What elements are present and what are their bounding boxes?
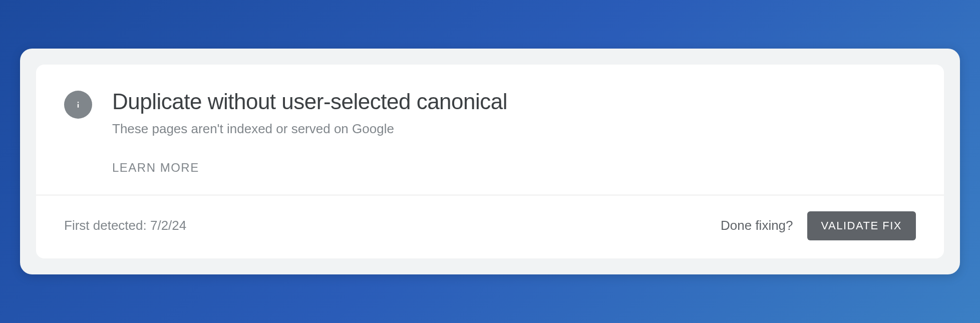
issue-header-text: Duplicate without user-selected canonica… xyxy=(112,89,916,175)
learn-more-link[interactable]: LEARN MORE xyxy=(112,161,199,175)
footer-actions: Done fixing? VALIDATE FIX xyxy=(721,211,916,240)
issue-footer: First detected: 7/2/24 Done fixing? VALI… xyxy=(36,195,944,258)
issue-subtitle: These pages aren't indexed or served on … xyxy=(112,121,916,137)
info-icon xyxy=(64,91,92,119)
issue-title: Duplicate without user-selected canonica… xyxy=(112,89,916,115)
first-detected-label: First detected: 7/2/24 xyxy=(64,218,186,233)
issue-header: Duplicate without user-selected canonica… xyxy=(36,65,944,195)
done-fixing-label: Done fixing? xyxy=(721,218,793,233)
outer-panel: Duplicate without user-selected canonica… xyxy=(20,49,960,274)
issue-card: Duplicate without user-selected canonica… xyxy=(36,65,944,258)
validate-fix-button[interactable]: VALIDATE FIX xyxy=(807,211,916,240)
